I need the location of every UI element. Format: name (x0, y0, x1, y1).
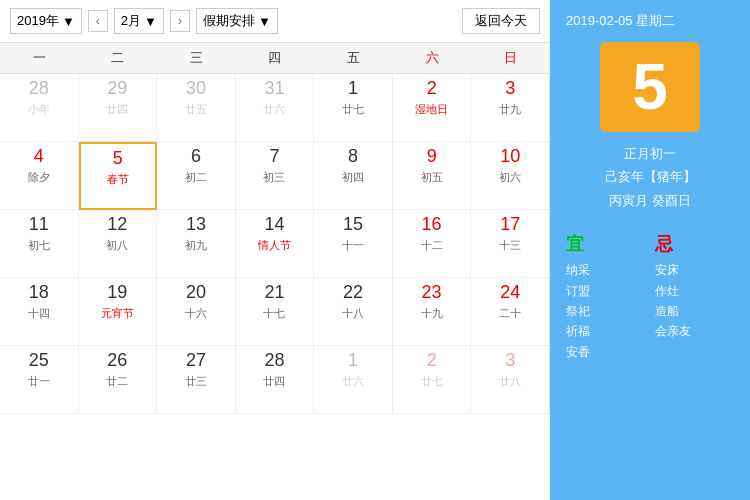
day-cell[interactable]: 8初四 (314, 142, 393, 210)
day-number: 18 (29, 282, 49, 304)
day-number: 23 (422, 282, 442, 304)
day-number: 2 (427, 350, 437, 372)
day-sub: 十六 (185, 306, 207, 320)
day-sub: 十二 (421, 238, 443, 252)
day-sub: 小年 (28, 102, 50, 116)
day-cell[interactable]: 6初二 (157, 142, 236, 210)
day-cell[interactable]: 28小年 (0, 74, 79, 142)
day-sub: 廿四 (263, 374, 285, 388)
day-number: 28 (29, 78, 49, 100)
weekday-mon: 一 (0, 43, 79, 73)
day-number: 26 (107, 350, 127, 372)
day-cell[interactable]: 11初七 (0, 210, 79, 278)
day-cell[interactable]: 26廿二 (79, 346, 158, 414)
day-sub: 十八 (342, 306, 364, 320)
day-number: 15 (343, 214, 363, 236)
holiday-arrow: ▼ (258, 14, 271, 29)
day-number: 1 (348, 78, 358, 100)
day-sub: 初五 (421, 170, 443, 184)
day-number: 21 (264, 282, 284, 304)
day-cell[interactable]: 17十三 (471, 210, 550, 278)
day-sub: 十三 (499, 238, 521, 252)
day-cell[interactable]: 16十二 (393, 210, 472, 278)
weekday-thu: 四 (236, 43, 315, 73)
day-cell[interactable]: 1廿七 (314, 74, 393, 142)
day-cell[interactable]: 24二十 (471, 278, 550, 346)
sidebar-lunar: 正月初一 己亥年【猪年】 丙寅月 癸酉日 (566, 142, 734, 212)
today-btn[interactable]: 返回今天 (462, 8, 540, 34)
day-cell[interactable]: 7初三 (236, 142, 315, 210)
day-number: 3 (505, 78, 515, 100)
day-sub: 廿七 (342, 102, 364, 116)
day-cell[interactable]: 28廿四 (236, 346, 315, 414)
day-cell[interactable]: 21十七 (236, 278, 315, 346)
next-month-btn[interactable]: › (170, 10, 190, 32)
yi-item-2: 祭祀 (566, 301, 645, 321)
day-number: 19 (107, 282, 127, 304)
day-cell[interactable]: 3廿八 (471, 346, 550, 414)
calendar-sidebar: 2019-02-05 星期二 5 正月初一 己亥年【猪年】 丙寅月 癸酉日 宜 … (550, 0, 750, 500)
sidebar-big-number: 5 (600, 42, 700, 132)
calendar-wrapper: 2019年 ▼ ‹ 2月 ▼ › 假期安排 ▼ 返回今天 一 二 三 四 五 六… (0, 0, 750, 500)
day-sub: 二十 (499, 306, 521, 320)
prev-month-btn[interactable]: ‹ (88, 10, 108, 32)
day-cell[interactable]: 23十九 (393, 278, 472, 346)
day-sub: 初四 (342, 170, 364, 184)
day-number: 6 (191, 146, 201, 168)
day-cell[interactable]: 30廿五 (157, 74, 236, 142)
day-cell[interactable]: 31廿六 (236, 74, 315, 142)
weekday-tue: 二 (79, 43, 158, 73)
day-cell[interactable]: 29廿四 (79, 74, 158, 142)
day-number: 27 (186, 350, 206, 372)
day-cell[interactable]: 20十六 (157, 278, 236, 346)
day-number: 12 (107, 214, 127, 236)
day-cell[interactable]: 25廿一 (0, 346, 79, 414)
day-cell[interactable]: 12初八 (79, 210, 158, 278)
yi-item-1: 订盟 (566, 281, 645, 301)
day-cell[interactable]: 13初九 (157, 210, 236, 278)
day-cell[interactable]: 15十一 (314, 210, 393, 278)
day-cell[interactable]: 1廿六 (314, 346, 393, 414)
day-cell[interactable]: 3廿九 (471, 74, 550, 142)
lunar-line1: 正月初一 (566, 142, 734, 165)
holiday-select[interactable]: 假期安排 ▼ (196, 8, 278, 34)
day-sub: 廿六 (342, 374, 364, 388)
ji-item-1: 作灶 (655, 281, 734, 301)
ji-item-0: 安床 (655, 260, 734, 280)
day-sub: 除夕 (28, 170, 50, 184)
day-number: 29 (107, 78, 127, 100)
day-sub: 廿六 (263, 102, 285, 116)
day-cell[interactable]: 9初五 (393, 142, 472, 210)
day-sub: 十四 (28, 306, 50, 320)
day-cell[interactable]: 10初六 (471, 142, 550, 210)
weekday-sun: 日 (471, 43, 550, 73)
day-cell[interactable]: 22十八 (314, 278, 393, 346)
sidebar-date: 2019-02-05 星期二 (566, 12, 675, 30)
day-number: 1 (348, 350, 358, 372)
day-sub: 元宵节 (101, 306, 134, 320)
day-cell[interactable]: 4除夕 (0, 142, 79, 210)
day-cell[interactable]: 5春节 (79, 142, 158, 210)
day-sub: 十七 (263, 306, 285, 320)
year-select[interactable]: 2019年 ▼ (10, 8, 82, 34)
year-arrow: ▼ (62, 14, 75, 29)
day-sub: 初二 (185, 170, 207, 184)
day-cell[interactable]: 27廿三 (157, 346, 236, 414)
day-number: 13 (186, 214, 206, 236)
day-cell[interactable]: 14情人节 (236, 210, 315, 278)
day-cell[interactable]: 19元宵节 (79, 278, 158, 346)
weekday-fri: 五 (314, 43, 393, 73)
day-cell[interactable]: 2廿七 (393, 346, 472, 414)
day-number: 8 (348, 146, 358, 168)
weekday-sat: 六 (393, 43, 472, 73)
day-number: 30 (186, 78, 206, 100)
day-sub: 春节 (107, 172, 129, 186)
day-cell[interactable]: 2湿地日 (393, 74, 472, 142)
day-number: 22 (343, 282, 363, 304)
ji-item-2: 造船 (655, 301, 734, 321)
day-sub: 廿八 (499, 374, 521, 388)
day-sub: 十一 (342, 238, 364, 252)
month-select[interactable]: 2月 ▼ (114, 8, 164, 34)
day-cell[interactable]: 18十四 (0, 278, 79, 346)
yi-item-4: 安香 (566, 342, 645, 362)
